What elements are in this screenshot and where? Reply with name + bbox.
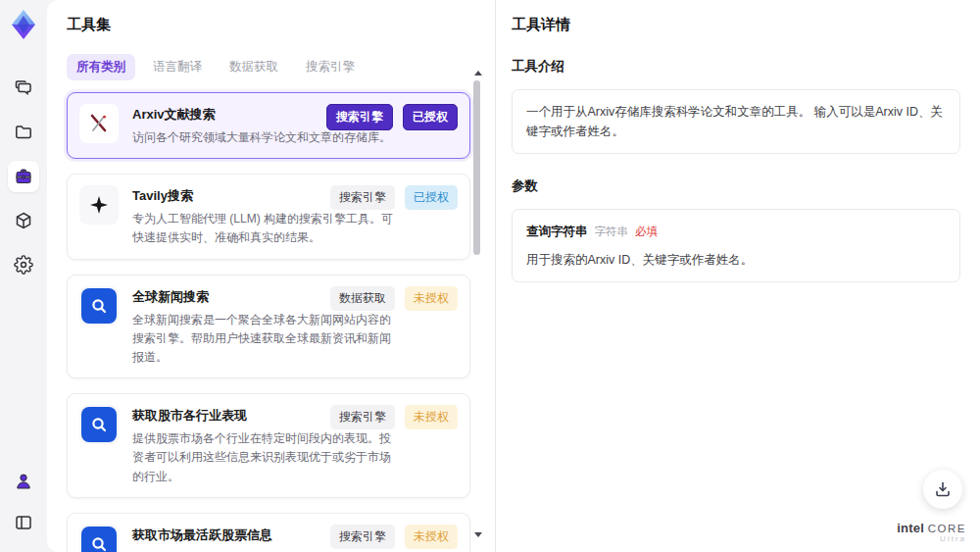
brand-core: CORE <box>928 523 966 534</box>
tool-card-global-news[interactable]: 全球新闻搜索 全球新闻搜索是一个聚合全球各大新闻网站内容的搜索引擎。帮助用户快速… <box>67 275 470 379</box>
auth-status-badge: 未授权 <box>405 525 458 549</box>
tool-details-panel: 工具详情 工具介绍 一个用于从Arxiv存储库搜索科学论文和文章的工具。 输入可… <box>495 0 980 552</box>
category-tabs: 所有类别 语言翻译 数据获取 搜索引擎 <box>67 54 495 80</box>
scrollbar-thumb[interactable] <box>473 80 480 255</box>
sidebar-item-settings[interactable] <box>8 249 39 280</box>
param-name: 查询字符串 <box>526 222 588 241</box>
sidebar-item-packages[interactable] <box>8 205 39 236</box>
brand-intel: intel <box>897 521 924 535</box>
arxiv-logo-icon <box>79 104 119 143</box>
auth-status-badge: 未授权 <box>405 405 458 429</box>
param-description: 用于搜索的Arxiv ID、关键字或作者姓名。 <box>526 250 946 270</box>
param-type: 字符串 <box>595 223 629 240</box>
param-box: 查询字符串 字符串 必填 用于搜索的Arxiv ID、关键字或作者姓名。 <box>512 209 960 282</box>
intro-box: 一个用于从Arxiv存储库搜索科学论文和文章的工具。 输入可以是Arxiv ID… <box>512 89 960 154</box>
tool-description: 全球新闻搜索是一个聚合全球各大新闻网站内容的搜索引擎。帮助用户快速获取全球最新资… <box>132 311 400 368</box>
category-badge: 搜索引擎 <box>330 525 395 549</box>
auth-status-badge: 未授权 <box>405 286 458 311</box>
sidebar-item-collapse[interactable] <box>8 507 39 538</box>
params-heading: 参数 <box>512 177 960 195</box>
cube-icon <box>14 211 33 230</box>
brand-ultra: Ultra <box>897 535 966 544</box>
tab-translation[interactable]: 语言翻译 <box>143 54 212 80</box>
tavily-star-icon <box>79 185 119 225</box>
scroll-down-arrow[interactable] <box>474 532 482 537</box>
tab-all-categories[interactable]: 所有类别 <box>67 54 135 80</box>
user-icon <box>14 472 33 491</box>
gear-icon <box>14 255 33 275</box>
intro-text: 一个用于从Arxiv存储库搜索科学论文和文章的工具。 输入可以是Arxiv ID… <box>526 105 943 138</box>
download-icon <box>933 479 953 499</box>
list-scrollbar[interactable] <box>471 71 483 537</box>
intel-core-logo: intel CORE Ultra <box>897 522 966 544</box>
blue-search-icon <box>79 525 119 552</box>
content-area: 工具集 所有类别 语言翻译 数据获取 搜索引擎 Arxiv文献搜索 访问 <box>47 0 980 552</box>
tools-list-panel: 工具集 所有类别 语言翻译 数据获取 搜索引擎 Arxiv文献搜索 访问 <box>47 0 495 552</box>
intro-heading: 工具介绍 <box>512 58 960 75</box>
param-required-flag: 必填 <box>635 223 658 240</box>
tool-card-sector-performance[interactable]: 获取股市各行业表现 提供股票市场各个行业在特定时间段内的表现。投资者可以利用这些… <box>67 393 470 498</box>
tool-list: Arxiv文献搜索 访问各个研究领域大量科学论文和文章的存储库。 搜索引擎 已授… <box>67 92 470 552</box>
details-title: 工具详情 <box>512 16 960 34</box>
auth-status-badge[interactable]: 已授权 <box>403 104 458 130</box>
auth-status-badge: 已授权 <box>405 185 458 210</box>
toolbox-icon <box>14 167 33 186</box>
blue-search-icon <box>79 286 119 326</box>
blue-search-icon <box>79 405 119 444</box>
tab-search-engine[interactable]: 搜索引擎 <box>296 54 365 80</box>
tool-card-tavily[interactable]: Tavily搜索 专为人工智能代理 (LLM) 构建的搜索引擎工具。可快速提供实… <box>67 174 470 259</box>
category-badge: 搜索引擎 <box>330 185 395 210</box>
tool-description: 访问各个研究领域大量科学论文和文章的存储库。 <box>132 128 391 147</box>
category-badge: 数据获取 <box>330 286 395 311</box>
chat-icon <box>14 78 33 98</box>
sidebar-item-tools[interactable] <box>8 161 39 192</box>
sidebar-item-chat[interactable] <box>8 73 39 104</box>
scroll-up-arrow[interactable] <box>474 71 482 75</box>
tool-card-arxiv[interactable]: Arxiv文献搜索 访问各个研究领域大量科学论文和文章的存储库。 搜索引擎 已授… <box>67 92 470 159</box>
tool-description: 专为人工智能代理 (LLM) 构建的搜索引擎工具。可快速提供实时、准确和真实的结… <box>132 210 400 247</box>
folder-icon <box>14 123 33 142</box>
category-badge[interactable]: 搜索引擎 <box>326 104 393 130</box>
download-button[interactable] <box>923 470 962 509</box>
sidebar-item-account[interactable] <box>8 466 39 497</box>
tool-card-most-active-stocks[interactable]: 获取市场最活跃股票信息 提供当天交易量最高的股票列表。投资者可以利用这些信息来识… <box>67 513 470 552</box>
sidebar-item-files[interactable] <box>8 117 39 148</box>
tab-data-fetch[interactable]: 数据获取 <box>220 54 288 80</box>
left-sidebar <box>0 0 47 552</box>
app-logo-icon <box>7 8 40 41</box>
category-badge: 搜索引擎 <box>330 405 395 429</box>
page-title: 工具集 <box>67 16 495 34</box>
tool-description: 提供股票市场各个行业在特定时间段内的表现。投资者可以利用这些信息来识别表现优于或… <box>132 429 400 486</box>
panel-toggle-icon <box>14 513 33 532</box>
